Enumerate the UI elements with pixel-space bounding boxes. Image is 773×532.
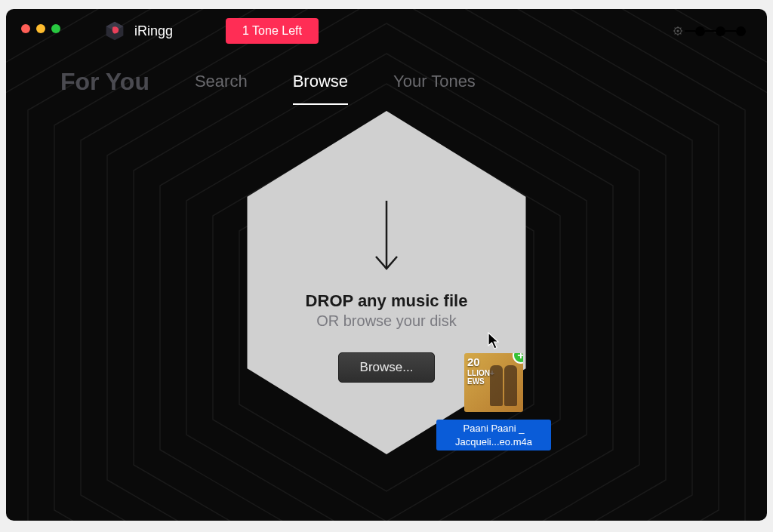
status-node-1 (695, 26, 705, 36)
tab-browse[interactable]: Browse (293, 72, 348, 100)
file-thumbnail: 20 LLION+ EWS + (464, 353, 523, 412)
status-connector (705, 30, 716, 32)
drop-subtitle: OR browse your disk (316, 312, 457, 330)
file-name-label: Paani Paani _ Jacqueli...eo.m4a (436, 420, 551, 451)
cursor-pointer-icon (488, 332, 501, 350)
svg-line-20 (680, 33, 681, 34)
thumb-figures (490, 365, 519, 406)
tab-search[interactable]: Search (195, 72, 248, 100)
add-plus-icon: + (513, 353, 523, 364)
app-title: iRingg (134, 23, 173, 39)
app-logo-icon (104, 20, 125, 42)
tab-your-tones[interactable]: Your Tones (393, 72, 476, 100)
dragged-file[interactable]: 20 LLION+ EWS + Paani Paani _ Jacqueli..… (464, 353, 551, 451)
tone-left-badge[interactable]: 1 Tone Left (226, 18, 319, 44)
arrow-down-icon (373, 198, 400, 273)
svg-line-21 (680, 28, 681, 29)
status-connector (685, 30, 695, 32)
browse-button[interactable]: Browse... (338, 352, 436, 383)
connection-status (673, 26, 746, 36)
titlebar: iRingg 1 Tone Left (6, 9, 767, 53)
drop-title: DROP any music file (306, 291, 468, 311)
status-node-3 (736, 26, 746, 36)
status-node-2 (716, 26, 725, 36)
status-connector (725, 30, 736, 32)
gear-icon[interactable] (673, 26, 683, 36)
tab-for-you[interactable]: For You (60, 68, 149, 105)
nav-tabs: For You Search Browse Your Tones (6, 63, 767, 109)
svg-point-14 (676, 29, 679, 32)
svg-line-22 (675, 33, 676, 34)
svg-line-19 (675, 28, 676, 29)
app-window: iRingg 1 Tone Left For You Search (6, 9, 767, 521)
